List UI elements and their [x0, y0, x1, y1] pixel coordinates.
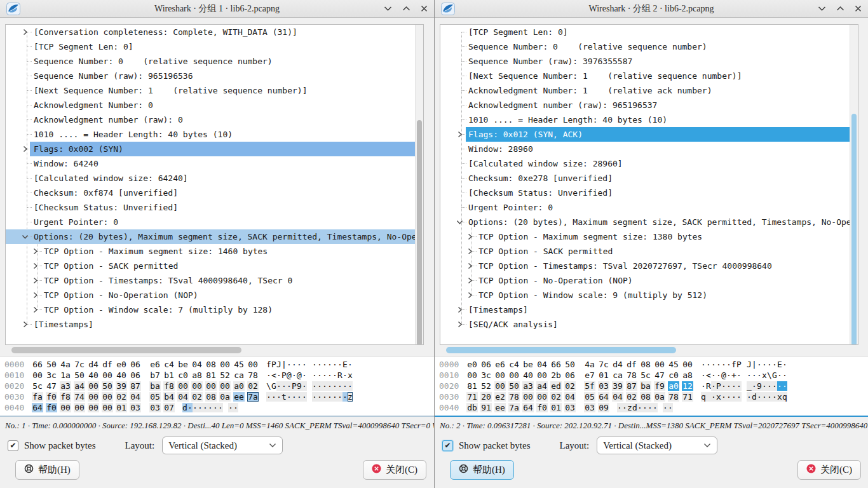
hex-byte[interactable]: 01: [550, 403, 562, 412]
packet-detail-tree[interactable]: [Conversation completeness: Complete, WI…: [5, 24, 424, 345]
ascii-char[interactable]: [706, 392, 711, 402]
hex-byte[interactable]: 7a: [247, 392, 259, 402]
ascii-char[interactable]: ·: [292, 360, 297, 369]
ascii-char[interactable]: ·: [302, 370, 307, 380]
ascii-char[interactable]: ·: [731, 381, 736, 391]
help-button[interactable]: 帮助(H): [15, 460, 79, 480]
hex-byte[interactable]: a8: [191, 370, 203, 380]
ascii-char[interactable]: <: [271, 370, 276, 380]
hex-byte[interactable]: b7: [149, 370, 161, 380]
ascii-char[interactable]: z: [348, 392, 353, 402]
hex-byte[interactable]: 00: [102, 392, 113, 402]
tree-row[interactable]: Acknowledgment number (raw): 0: [6, 112, 415, 127]
tree-row[interactable]: Checksum: 0xf874 [unverified]: [6, 186, 415, 200]
tree-row[interactable]: [SEQ/ACK analysis]: [440, 317, 850, 332]
hex-byte[interactable]: 78: [508, 392, 520, 402]
ascii-char[interactable]: P: [271, 360, 276, 369]
hex-ascii[interactable]: q ·x·····d····xq: [701, 392, 787, 402]
hex-byte[interactable]: c0: [177, 370, 189, 380]
show-packet-bytes-checkbox[interactable]: ✔: [442, 440, 453, 451]
hex-bytes[interactable]: 7120e2780000020405640402080a7871: [466, 392, 696, 402]
hex-byte[interactable]: 66: [32, 360, 43, 369]
hex-row[interactable]: 0040db91ee7a64f001030309··zd······: [435, 402, 868, 413]
ascii-char[interactable]: x: [716, 392, 721, 402]
ascii-char[interactable]: ·: [302, 360, 307, 369]
ascii-char[interactable]: ·: [772, 392, 777, 402]
ascii-char[interactable]: ·: [701, 360, 706, 369]
ascii-char[interactable]: P: [736, 360, 742, 369]
hex-byte[interactable]: 07: [163, 403, 175, 412]
ascii-char[interactable]: ·: [721, 360, 726, 369]
ascii-char[interactable]: ·: [772, 360, 777, 369]
hex-byte[interactable]: 04: [191, 360, 203, 369]
ascii-char[interactable]: ·: [348, 381, 353, 391]
ascii-char[interactable]: ·: [292, 370, 297, 380]
ascii-char[interactable]: ·: [762, 392, 767, 402]
tree-row[interactable]: [Calculated window size: 64240]: [6, 171, 415, 186]
hex-row[interactable]: 000066504a7cd4dfe006e6c4be0408004500fPJ|…: [0, 359, 434, 370]
tree-row[interactable]: Sequence Number: 0 (relative sequence nu…: [6, 54, 415, 69]
ascii-char[interactable]: R: [706, 381, 711, 391]
hex-byte[interactable]: be: [522, 360, 534, 369]
close-icon[interactable]: [855, 5, 862, 12]
hex-byte[interactable]: 4a: [584, 360, 595, 369]
tree-horizontal-scrollbar[interactable]: [440, 346, 858, 355]
hex-row[interactable]: 00205c47a3a400503987baf800000000a002\G··…: [0, 381, 434, 391]
ascii-char[interactable]: ·: [622, 403, 627, 412]
hex-ascii[interactable]: d·········: [182, 403, 238, 412]
hex-byte[interactable]: 09: [598, 403, 609, 412]
ascii-char[interactable]: ·: [327, 360, 332, 369]
ascii-char[interactable]: \: [266, 381, 271, 391]
ascii-char[interactable]: ·: [342, 381, 348, 391]
hex-byte[interactable]: 00: [466, 370, 478, 380]
ascii-char[interactable]: ·: [281, 381, 287, 391]
ascii-char[interactable]: ·: [332, 392, 337, 402]
ascii-char[interactable]: ·: [782, 381, 787, 391]
ascii-char[interactable]: E: [342, 360, 348, 369]
ascii-char[interactable]: ·: [711, 381, 716, 391]
ascii-char[interactable]: ·: [337, 360, 342, 369]
ascii-char[interactable]: q: [782, 392, 787, 402]
tree-row[interactable]: [Conversation completeness: Complete, WI…: [6, 25, 415, 39]
ascii-char[interactable]: ·: [287, 360, 292, 369]
ascii-char[interactable]: ·: [757, 392, 762, 402]
chevron-collapsed-icon[interactable]: [456, 130, 464, 139]
hex-byte[interactable]: 47: [46, 381, 57, 391]
tree-row[interactable]: Acknowledgment Number: 0: [6, 98, 415, 112]
hex-byte[interactable]: 12: [682, 381, 693, 391]
tree-row[interactable]: TCP Option - Maximum segment size: 1460 …: [6, 244, 415, 259]
hex-byte[interactable]: 08: [640, 360, 651, 369]
hex-byte[interactable]: 40: [116, 370, 127, 380]
ascii-char[interactable]: ·: [736, 381, 742, 391]
chevron-collapsed-icon[interactable]: [22, 144, 29, 153]
hex-bytes[interactable]: 003c000040002b06e701ca785c47c0a8: [466, 370, 696, 380]
hex-byte[interactable]: 00: [536, 392, 548, 402]
ascii-char[interactable]: P: [292, 381, 297, 391]
ascii-char[interactable]: ·: [218, 403, 223, 412]
hex-byte[interactable]: a4: [536, 381, 548, 391]
tree-row[interactable]: Urgent Pointer: 0: [6, 215, 415, 229]
ascii-char[interactable]: J: [276, 360, 281, 369]
ascii-char[interactable]: ·: [747, 370, 752, 380]
ascii-char[interactable]: ·: [312, 370, 317, 380]
hex-byte[interactable]: 1a: [60, 370, 71, 380]
tree-row[interactable]: [Calculated window size: 28960]: [440, 156, 850, 171]
tree-row[interactable]: [Next Sequence Number: 1 (relative seque…: [440, 69, 850, 83]
hex-byte[interactable]: ed: [550, 381, 562, 391]
hex-byte[interactable]: 06: [480, 360, 492, 369]
hex-byte[interactable]: 00: [88, 392, 99, 402]
hex-row[interactable]: 00307120e2780000020405640402080a7871q ·x…: [435, 391, 868, 402]
hex-byte[interactable]: 87: [626, 381, 637, 391]
hex-byte[interactable]: ca: [233, 370, 245, 380]
hex-byte[interactable]: 00: [74, 403, 85, 412]
hex-byte[interactable]: 04: [536, 360, 548, 369]
tree-row[interactable]: Window: 64240: [6, 156, 415, 171]
hex-byte[interactable]: 0a: [219, 392, 231, 402]
ascii-char[interactable]: ·: [726, 392, 731, 402]
layout-dropdown[interactable]: Vertical (Stacked): [162, 437, 283, 454]
hex-byte[interactable]: 03: [130, 403, 141, 412]
ascii-char[interactable]: _: [747, 381, 752, 391]
hex-bytes[interactable]: db91ee7a64f001030309: [466, 403, 612, 412]
tree-vertical-scrollbar[interactable]: [415, 25, 423, 344]
ascii-char[interactable]: ·: [706, 360, 711, 369]
